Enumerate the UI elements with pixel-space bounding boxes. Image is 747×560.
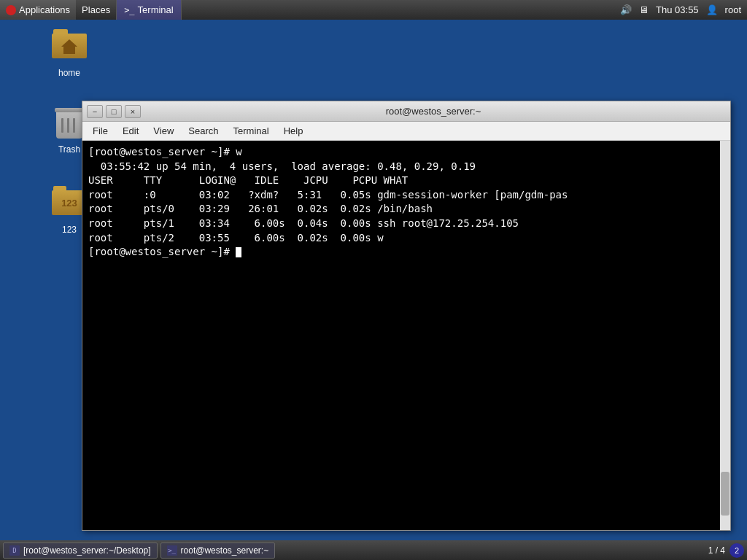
window-titlebar: − □ × root@westos_server:~ xyxy=(82,101,730,122)
minimize-button[interactable]: − xyxy=(87,105,103,118)
task-desktop-label: [root@westos_server:~/Desktop] xyxy=(23,545,151,556)
terminal-icon: >_ xyxy=(124,5,134,15)
window-menubar: File Edit View Search Terminal Help xyxy=(82,122,730,141)
page-indicator: 2 xyxy=(729,543,744,558)
terminal-output: [root@westos_server ~]# w 03:55:42 up 54… xyxy=(88,145,724,260)
terminal-line-2: 03:55:42 up 54 min, 4 users, load averag… xyxy=(88,160,476,172)
close-button[interactable]: × xyxy=(125,105,141,118)
maximize-button[interactable]: □ xyxy=(106,105,122,118)
taskbar-task-desktop[interactable]: D [root@westos_server:~/Desktop] xyxy=(3,542,158,559)
terminal-line-6: root pts/1 03:34 6.00s 0.04s 0.00s ssh r… xyxy=(88,217,519,229)
menu-file[interactable]: File xyxy=(85,124,115,138)
terminal-line-7: root pts/2 03:55 6.00s 0.02s 0.00s w xyxy=(88,232,384,244)
terminal-line-4: root :0 03:02 ?xdm? 5:31 0.05s gdm-sessi… xyxy=(88,189,568,201)
terminal-cursor xyxy=(236,247,241,257)
terminal-line-1: [root@westos_server ~]# w xyxy=(88,146,242,158)
terminal-line-5: root pts/0 03:29 26:01 0.02s 0.02s /bin/… xyxy=(88,203,433,214)
folder-123-label: 123 xyxy=(60,224,79,236)
home-folder-image xyxy=(52,29,87,64)
terminal-taskbar-button[interactable]: >_ Terminal xyxy=(116,0,182,20)
places-menu[interactable]: Places xyxy=(76,0,116,20)
taskbar-user: root xyxy=(725,4,741,15)
task-terminal-icon: >_ xyxy=(167,545,177,556)
menu-search[interactable]: Search xyxy=(181,124,225,138)
applications-menu[interactable]: Applications xyxy=(0,0,76,20)
user-icon: 👤 xyxy=(706,4,718,15)
window-scrollbar[interactable] xyxy=(720,141,730,530)
task-desktop-icon: D xyxy=(9,545,20,556)
volume-icon[interactable]: 🔊 xyxy=(620,4,632,15)
trash-icon-label: Trash xyxy=(56,144,82,155)
scrollbar-thumb[interactable] xyxy=(721,472,729,516)
terminal-line-3: USER TTY LOGIN@ IDLE JCPU PCPU WHAT xyxy=(88,174,408,186)
terminal-content[interactable]: [root@westos_server ~]# w 03:55:42 up 54… xyxy=(82,141,730,530)
window-title: root@westos_server:~ xyxy=(141,106,726,117)
bottom-taskbar: D [root@westos_server:~/Desktop] >_ root… xyxy=(0,540,747,560)
places-label: Places xyxy=(82,4,110,15)
app-menu-icon xyxy=(6,5,16,15)
terminal-taskbar-label: Terminal xyxy=(138,4,174,15)
terminal-line-8: [root@westos_server ~]# xyxy=(88,246,236,257)
menu-edit[interactable]: Edit xyxy=(115,124,146,138)
terminal-window: − □ × root@westos_server:~ File Edit Vie… xyxy=(82,101,731,531)
menu-help[interactable]: Help xyxy=(276,124,311,138)
bottom-right: 1 / 4 2 xyxy=(708,543,744,558)
display-icon[interactable]: 🖥 xyxy=(639,4,649,15)
home-icon-label: home xyxy=(56,67,82,79)
window-controls: − □ × xyxy=(87,105,141,118)
task-terminal-label: root@westos_server:~ xyxy=(181,545,269,556)
page-info: 1 / 4 xyxy=(708,545,725,556)
clock: Thu 03:55 xyxy=(656,4,699,15)
top-taskbar: Applications Places >_ Terminal 🔊 🖥 Thu … xyxy=(0,0,747,20)
taskbar-task-terminal[interactable]: >_ root@westos_server:~ xyxy=(160,542,276,559)
menu-view[interactable]: View xyxy=(146,124,181,138)
taskbar-right: 🔊 🖥 Thu 03:55 👤 root xyxy=(614,0,747,20)
menu-terminal[interactable]: Terminal xyxy=(226,124,276,138)
home-folder-icon[interactable]: home xyxy=(40,29,98,79)
applications-label: Applications xyxy=(19,4,70,15)
